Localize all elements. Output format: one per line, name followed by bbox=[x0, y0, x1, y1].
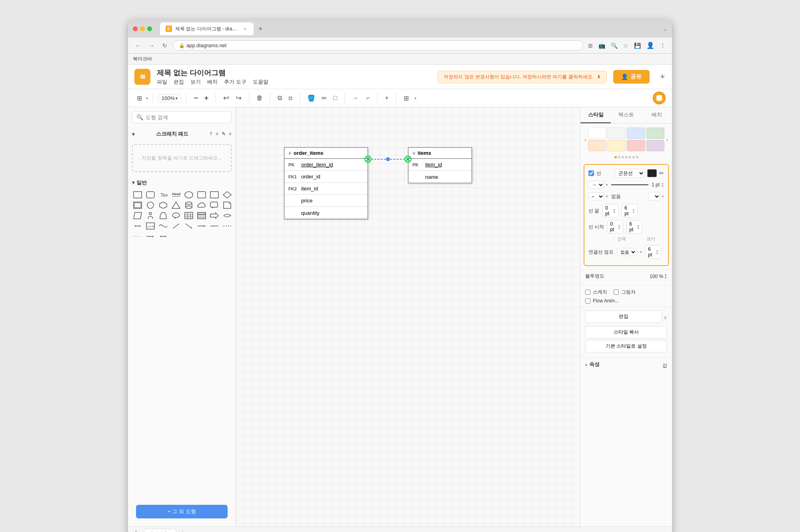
shape-diagonal-arrow2[interactable] bbox=[183, 222, 194, 230]
line-end-gap-spinner[interactable]: ▲▼ bbox=[613, 208, 616, 214]
swatch-light-blue[interactable] bbox=[627, 128, 645, 139]
shape-text[interactable]: Text bbox=[158, 190, 169, 199]
shape-grid[interactable] bbox=[183, 211, 194, 220]
zoom-icon[interactable]: 🔍 bbox=[609, 41, 619, 50]
bookmark-icon[interactable]: ☆ bbox=[622, 41, 630, 50]
scratch-pad-area[interactable]: 저장할 항목을 여기로 드래그하세요... bbox=[132, 144, 232, 172]
shape-double-arrow-line[interactable] bbox=[158, 232, 169, 241]
page-tab[interactable]: 페이지-1 ∧ bbox=[144, 529, 176, 532]
waypoint-type-select[interactable]: ⌐ bbox=[588, 192, 604, 200]
menu-extra[interactable]: 추가 도구 bbox=[224, 78, 246, 86]
swatch-peach[interactable] bbox=[588, 140, 606, 151]
swatch-pink[interactable] bbox=[627, 140, 645, 151]
menu-file[interactable]: 파일 bbox=[157, 78, 167, 86]
tab-close-icon[interactable]: × bbox=[242, 26, 248, 32]
shape-wave[interactable] bbox=[158, 222, 169, 230]
save-icon[interactable]: 💾 bbox=[632, 41, 642, 50]
scratch-help-icon[interactable]: ? bbox=[210, 131, 212, 137]
line-end-gap[interactable]: 0 pt ▲▼ bbox=[602, 204, 618, 218]
expand-icon[interactable]: ∨ bbox=[664, 315, 667, 320]
jump-type-select[interactable]: 없음 bbox=[617, 248, 637, 256]
shape-dashed-line[interactable] bbox=[222, 222, 233, 230]
swatch-white[interactable] bbox=[588, 128, 606, 139]
shape-table[interactable] bbox=[196, 211, 207, 220]
redo-button[interactable]: ↪ bbox=[233, 92, 244, 104]
palette-next-button[interactable]: › bbox=[666, 136, 668, 143]
order-items-table[interactable]: ≡ order_items PK order_item_id FK1 order… bbox=[284, 147, 368, 219]
sketch-checkbox[interactable] bbox=[585, 290, 590, 295]
shape-double-arrow[interactable] bbox=[132, 222, 143, 230]
copy-style-button[interactable]: 스타일 복사 bbox=[585, 326, 667, 338]
close-button[interactable] bbox=[133, 26, 138, 31]
scratch-add-icon[interactable]: + bbox=[216, 131, 218, 137]
shape-cylinder[interactable] bbox=[183, 201, 194, 210]
shape-parallelogram[interactable] bbox=[132, 211, 143, 220]
url-input[interactable]: 🔒 app.diagrams.net bbox=[173, 40, 583, 50]
save-notice[interactable]: 저장되지 않은 변경사항이 있습니다. 저장하시려면 여기를 클릭하세요. ⬇ bbox=[438, 71, 607, 83]
tab-style[interactable]: 스타일 bbox=[580, 107, 611, 123]
shape-button[interactable]: □ bbox=[331, 93, 340, 103]
shape-person[interactable] bbox=[145, 211, 156, 220]
shadow-checkbox[interactable] bbox=[614, 290, 619, 295]
shape-hexagon[interactable] bbox=[158, 201, 169, 210]
shape-half-circle[interactable] bbox=[158, 211, 169, 220]
add-button[interactable]: + bbox=[382, 93, 391, 103]
menu-icon[interactable]: ⋮ bbox=[658, 41, 667, 50]
scratch-edit-icon[interactable]: ✎ bbox=[222, 131, 226, 137]
swatch-yellow[interactable] bbox=[607, 140, 626, 151]
shape-triangle[interactable] bbox=[170, 201, 182, 210]
fill-color-button[interactable]: 🪣 bbox=[305, 93, 318, 104]
profile-icon[interactable]: 👤 bbox=[645, 40, 656, 51]
active-tab[interactable]: D 제목 없는 다이어그램 - draw.io × bbox=[160, 22, 254, 35]
shape-rounded-rect2[interactable] bbox=[196, 190, 207, 199]
forward-button[interactable]: → bbox=[146, 41, 157, 50]
jump-size[interactable]: 6 pt ▲▼ bbox=[645, 245, 661, 259]
set-default-button[interactable]: 기본 스타일로 설정 bbox=[585, 340, 667, 352]
theme-toggle-icon[interactable]: ☀ bbox=[659, 72, 666, 81]
shape-speech-bubble[interactable] bbox=[209, 201, 220, 210]
zoom-display[interactable]: 100% ▾ bbox=[158, 94, 181, 102]
shape-speech2[interactable] bbox=[170, 211, 182, 220]
back-button[interactable]: ← bbox=[133, 41, 143, 50]
panel-toggle-button[interactable]: ⊞ bbox=[134, 93, 144, 104]
search-box[interactable]: 🔍 bbox=[132, 111, 232, 123]
undo-button[interactable]: ↩ bbox=[221, 92, 232, 104]
paste-button[interactable]: ⧈ bbox=[286, 93, 295, 103]
new-tab-button[interactable]: + bbox=[255, 23, 266, 35]
record-button[interactable] bbox=[653, 92, 666, 104]
line-start-gap[interactable]: 0 pt ▲▼ bbox=[607, 220, 623, 234]
jump-size-spinner[interactable]: ▲▼ bbox=[656, 249, 658, 255]
shape-arrow-line[interactable] bbox=[145, 232, 156, 241]
line-start-size-spinner[interactable]: ▲▼ bbox=[637, 224, 640, 230]
sketch-checkbox-label[interactable]: 스케치 bbox=[585, 289, 607, 296]
zoom-out-button[interactable]: − bbox=[191, 92, 200, 104]
cast-icon[interactable]: 📺 bbox=[597, 41, 607, 50]
table-button[interactable]: ⊞ bbox=[401, 93, 411, 104]
window-control-icon[interactable]: ⌄ bbox=[662, 26, 667, 32]
shape-rectangle[interactable] bbox=[132, 190, 143, 199]
connector-button[interactable]: → bbox=[350, 93, 361, 103]
shape-cloud[interactable] bbox=[196, 201, 207, 210]
delete-button[interactable]: 🗑 bbox=[254, 93, 265, 103]
menu-help[interactable]: 도움말 bbox=[253, 78, 268, 86]
line-end-size-spinner[interactable]: ▲▼ bbox=[632, 208, 635, 214]
canvas[interactable]: ≡ order_items PK order_item_id FK1 order… bbox=[236, 107, 580, 526]
shape-circle[interactable] bbox=[145, 201, 156, 210]
waypoint-button[interactable]: ⌐ bbox=[364, 93, 372, 103]
minimize-button[interactable] bbox=[140, 26, 145, 31]
swatch-lavender[interactable] bbox=[646, 140, 665, 151]
share-button[interactable]: 👤 공유 bbox=[613, 70, 650, 84]
shape-rect2[interactable] bbox=[209, 190, 220, 199]
maximize-button[interactable] bbox=[147, 26, 152, 31]
line-checkbox[interactable] bbox=[588, 170, 594, 176]
tab-arrange[interactable]: 배치 bbox=[642, 107, 672, 123]
shape-arrow-right[interactable] bbox=[209, 211, 220, 220]
swatch-light-green[interactable] bbox=[646, 128, 665, 139]
more-shapes-button[interactable]: + 그 외 도형 bbox=[136, 505, 228, 518]
arrow-start-select[interactable]: → bbox=[588, 181, 604, 189]
shape-diagonal-arrow[interactable] bbox=[170, 222, 182, 230]
shape-rounded-rect[interactable] bbox=[145, 190, 156, 199]
copy-button[interactable]: ⧉ bbox=[275, 93, 284, 103]
reload-button[interactable]: ↻ bbox=[160, 41, 170, 50]
extensions-icon[interactable]: ⊞ bbox=[586, 41, 594, 50]
